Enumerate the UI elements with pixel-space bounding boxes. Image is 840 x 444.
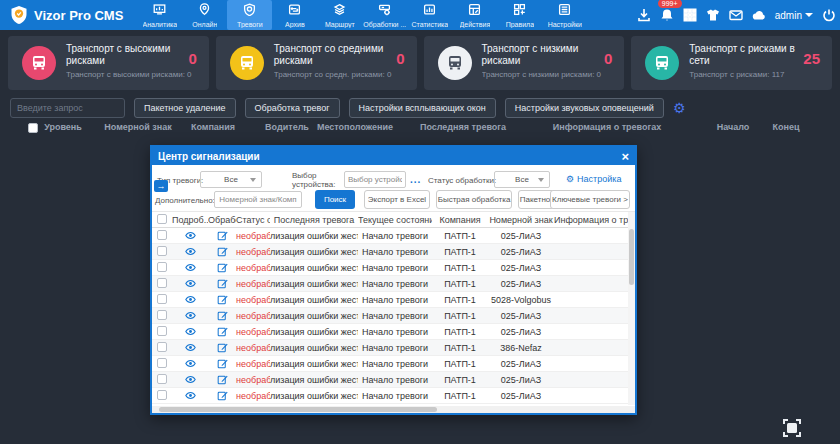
eye-icon[interactable] xyxy=(172,246,208,257)
eye-icon[interactable] xyxy=(172,374,208,385)
export-excel-button[interactable]: Экспорт в Excel xyxy=(364,190,430,209)
settings-link[interactable]: ⚙Настройка xyxy=(566,174,621,184)
nav-item-processing[interactable]: Обработки ... xyxy=(362,0,407,30)
table-row[interactable]: необработа лизация ошибки жесткого Начал… xyxy=(152,228,635,244)
row-checkbox[interactable] xyxy=(157,374,167,384)
edit-icon[interactable] xyxy=(208,246,236,257)
nav-item-alarms[interactable]: Тревоги xyxy=(227,0,272,30)
row-checkbox[interactable] xyxy=(157,342,167,352)
select-all-checkbox[interactable] xyxy=(157,214,167,224)
edit-icon[interactable] xyxy=(208,390,236,401)
row-checkbox[interactable] xyxy=(157,326,167,336)
shirt-icon[interactable] xyxy=(706,8,720,22)
bell-icon[interactable]: 999+ xyxy=(660,8,674,22)
row-checkbox[interactable] xyxy=(157,310,167,320)
eye-icon[interactable] xyxy=(172,310,208,321)
eye-icon[interactable] xyxy=(172,342,208,353)
header-right-icons: 999+ admin xyxy=(637,0,836,30)
edit-icon[interactable] xyxy=(208,358,236,369)
edit-icon[interactable] xyxy=(208,342,236,353)
card-title: Транспорт со средними рисками xyxy=(274,43,394,67)
edit-icon[interactable] xyxy=(208,262,236,273)
state-cell: Начало тревоги xyxy=(358,279,432,289)
horizontal-scrollbar-thumb[interactable] xyxy=(159,407,437,412)
nav-item-rules[interactable]: Правила xyxy=(497,0,542,30)
table-row[interactable]: необработа лизация ошибки жесткого Начал… xyxy=(152,260,635,276)
nav-item-analytics[interactable]: Аналитика xyxy=(137,0,182,30)
alarm-processing-button[interactable]: Обработка тревог xyxy=(245,98,340,118)
edit-icon[interactable] xyxy=(208,310,236,321)
cloud-icon[interactable] xyxy=(752,8,766,22)
search-input[interactable] xyxy=(10,98,125,118)
alarm-type-select[interactable]: Все xyxy=(200,171,262,188)
eye-icon[interactable] xyxy=(172,278,208,289)
batch-delete-button[interactable]: Пакетное удаление xyxy=(134,98,236,118)
horizontal-scrollbar[interactable] xyxy=(152,406,635,413)
edit-icon[interactable] xyxy=(208,374,236,385)
apps-grid-icon[interactable] xyxy=(683,8,697,22)
download-icon[interactable] xyxy=(637,8,651,22)
row-checkbox[interactable] xyxy=(157,278,167,288)
row-checkbox[interactable] xyxy=(157,358,167,368)
row-checkbox[interactable] xyxy=(157,262,167,272)
nav-item-statistics[interactable]: Статистика xyxy=(407,0,452,30)
gear-icon[interactable]: ⚙ xyxy=(673,101,686,115)
row-checkbox[interactable] xyxy=(157,230,167,240)
edit-icon[interactable] xyxy=(208,326,236,337)
table-row[interactable]: необработа лизация ошибки жесткого Начал… xyxy=(152,340,635,356)
vertical-scrollbar[interactable] xyxy=(628,212,635,405)
nav-item-settings[interactable]: Настройки xyxy=(542,0,587,30)
sound-settings-button[interactable]: Настройки звуковых оповещений xyxy=(505,98,664,118)
card-title: Транспорт с рисками в сети xyxy=(689,43,809,67)
eye-icon[interactable] xyxy=(172,358,208,369)
card-network-risk[interactable]: Транспорт с рисками в сети 25 Транспорт … xyxy=(631,36,832,90)
alarm-cell: лизация ошибки жесткого xyxy=(270,231,358,241)
eye-icon[interactable] xyxy=(172,230,208,241)
search-button[interactable]: Поиск xyxy=(315,190,355,209)
fullscreen-icon[interactable] xyxy=(782,418,802,438)
main-nav: Аналитика Онлайн Тревоги Архив Маршрут О… xyxy=(137,0,587,30)
table-row[interactable]: необработа лизация ошибки жесткого Начал… xyxy=(152,308,635,324)
nav-item-route[interactable]: Маршрут xyxy=(317,0,362,30)
edit-icon[interactable] xyxy=(208,294,236,305)
power-icon[interactable] xyxy=(822,8,836,22)
eye-icon[interactable] xyxy=(172,326,208,337)
eye-icon[interactable] xyxy=(172,294,208,305)
row-checkbox[interactable] xyxy=(157,390,167,400)
popup-settings-button[interactable]: Настройки всплывающих окон xyxy=(349,98,496,118)
select-all-checkbox[interactable] xyxy=(28,123,38,133)
status-label: Статус обработки: xyxy=(428,176,496,185)
quick-processing-button[interactable]: Быстрая обработка xyxy=(436,190,512,209)
table-row[interactable]: необработа лизация ошибки жесткого Начал… xyxy=(152,324,635,340)
card-medium-risk[interactable]: Транспорт со средними рисками 0 Транспор… xyxy=(216,36,417,90)
edit-icon[interactable] xyxy=(208,278,236,289)
device-input[interactable] xyxy=(344,171,406,188)
vertical-scrollbar-thumb[interactable] xyxy=(629,229,634,285)
key-alarms-button[interactable]: Ключевые тревоги > xyxy=(550,190,630,209)
table-row[interactable]: необработа лизация ошибки жесткого Начал… xyxy=(152,372,635,388)
user-menu[interactable]: admin xyxy=(775,10,813,21)
status-select[interactable]: Все xyxy=(494,171,550,188)
nav-item-online[interactable]: Онлайн xyxy=(182,0,227,30)
table-row[interactable]: необработа лизация ошибки жесткого Начал… xyxy=(152,388,635,404)
close-icon[interactable]: × xyxy=(621,150,629,163)
eye-icon[interactable] xyxy=(172,390,208,401)
edit-icon[interactable] xyxy=(208,230,236,241)
device-more-button[interactable]: ... xyxy=(410,174,421,185)
modal-titlebar[interactable]: Центр сигнализации × xyxy=(152,147,635,165)
arrow-right-button[interactable]: → xyxy=(154,180,168,192)
table-row[interactable]: необработа лизация ошибки жесткого Начал… xyxy=(152,244,635,260)
nav-item-actions[interactable]: Действия xyxy=(452,0,497,30)
table-row[interactable]: необработа лизация ошибки жесткого Начал… xyxy=(152,356,635,372)
eye-icon[interactable] xyxy=(172,262,208,273)
row-checkbox[interactable] xyxy=(157,294,167,304)
row-checkbox[interactable] xyxy=(157,246,167,256)
mail-icon[interactable] xyxy=(729,8,743,22)
card-high-risk[interactable]: Транспорт с высокими рисками 0 Транспорт… xyxy=(8,36,209,90)
nav-item-archive[interactable]: Архив xyxy=(272,0,317,30)
table-row[interactable]: необработа лизация ошибки жесткого Начал… xyxy=(152,276,635,292)
card-low-risk[interactable]: Транспорт с низкими рисками 0 Транспорт … xyxy=(424,36,625,90)
table-row[interactable]: необработа лизация ошибки жесткого Начал… xyxy=(152,292,635,308)
col-plate: Номерной знак xyxy=(488,215,554,225)
additional-input[interactable] xyxy=(214,191,302,208)
